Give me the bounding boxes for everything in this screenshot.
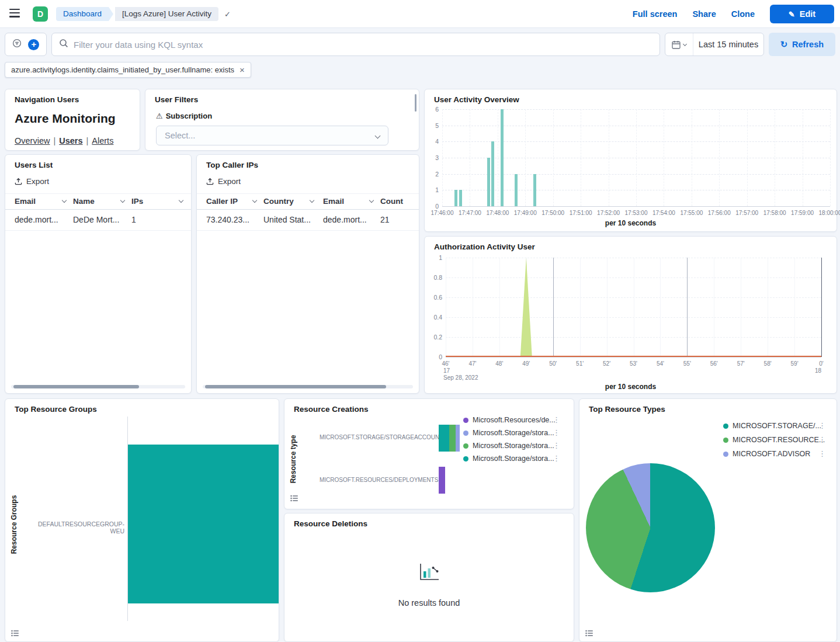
legend-item[interactable]: Microsoft.Storage/stora...⋮ bbox=[463, 441, 560, 452]
legend-item[interactable]: MICROSOFT.ADVISOR⋮ bbox=[723, 449, 826, 460]
time-range-value[interactable]: Last 15 minutes bbox=[693, 40, 763, 49]
legend-kebab-icon[interactable]: ⋮ bbox=[553, 441, 560, 450]
vertical-scrollbar[interactable] bbox=[415, 94, 416, 112]
legend-item[interactable]: MICROSOFT.RESOURCE...⋮ bbox=[723, 435, 826, 446]
query-bar: + Last 15 minutes ↻ Refresh bbox=[0, 28, 840, 61]
no-results-message: No results found bbox=[284, 598, 574, 608]
filter-pill[interactable]: azure.activitylogs.identity.claims_initi… bbox=[5, 62, 251, 78]
x-tick-label: 17:46:00 bbox=[428, 210, 456, 216]
scrollbar-thumb[interactable] bbox=[205, 385, 386, 388]
export-button[interactable]: Export bbox=[206, 177, 241, 186]
clone-button[interactable]: Clone bbox=[731, 9, 755, 19]
x-tick-label: 17:48:00 bbox=[484, 210, 512, 216]
legend-kebab-icon[interactable]: ⋮ bbox=[553, 415, 560, 424]
stacked-bar-segment[interactable] bbox=[449, 425, 456, 452]
stacked-bar-segment[interactable] bbox=[456, 425, 460, 452]
legend-swatch bbox=[723, 424, 728, 429]
stacked-bar-segment[interactable] bbox=[439, 425, 449, 452]
legend-item[interactable]: Microsoft.Storage/stora...⋮ bbox=[463, 428, 560, 439]
legend-label: MICROSOFT.ADVISOR bbox=[733, 450, 810, 458]
legend-kebab-icon[interactable]: ⋮ bbox=[818, 435, 826, 444]
share-button[interactable]: Share bbox=[692, 9, 716, 19]
link-alerts[interactable]: Alerts bbox=[92, 136, 113, 145]
histogram-bar[interactable] bbox=[459, 190, 462, 206]
panel-title: Authorization Activity User bbox=[434, 242, 535, 251]
breadcrumb-current[interactable]: [Logs Azure] User Activity bbox=[115, 7, 218, 21]
refresh-button[interactable]: ↻ Refresh bbox=[769, 33, 835, 56]
histogram-bar[interactable] bbox=[491, 141, 494, 206]
legend-item[interactable]: Microsoft.Resources/de...⋮ bbox=[463, 415, 560, 426]
chevron-down-icon[interactable] bbox=[252, 198, 257, 203]
column-header-count[interactable]: Count bbox=[380, 197, 412, 206]
export-button[interactable]: Export bbox=[15, 177, 49, 186]
histogram-bar[interactable] bbox=[454, 190, 457, 206]
column-header-email[interactable]: Email bbox=[15, 197, 66, 206]
chevron-down-icon[interactable] bbox=[310, 198, 314, 203]
filter-settings-icon[interactable] bbox=[12, 39, 22, 50]
y-tick-label: MICROSOFT.STORAGE/STORAGEACCOUNTS bbox=[320, 434, 433, 440]
y-tick-label: 6 bbox=[427, 106, 439, 113]
chevron-down-icon[interactable] bbox=[120, 198, 125, 203]
y-tick-label: DEFAULTRESOURCEGROUP-WEU bbox=[29, 520, 124, 535]
column-header-ips[interactable]: IPs bbox=[131, 197, 183, 206]
panel-user-activity-overview: User Activity Overview 012345617:46:0017… bbox=[424, 89, 837, 232]
histogram-bar[interactable] bbox=[501, 109, 504, 206]
panel-title: User Filters bbox=[155, 95, 198, 104]
legend-toggle-icon[interactable] bbox=[585, 629, 595, 637]
breadcrumb-dashboard[interactable]: Dashboard bbox=[56, 7, 109, 21]
remove-filter-icon[interactable]: × bbox=[239, 65, 245, 75]
link-overview[interactable]: Overview bbox=[15, 136, 50, 145]
x-tick-label: 17:51:00 bbox=[567, 210, 595, 216]
histogram-bar[interactable] bbox=[487, 158, 490, 206]
pie-chart[interactable] bbox=[586, 463, 715, 592]
time-picker: Last 15 minutes bbox=[665, 33, 764, 56]
column-header-country[interactable]: Country bbox=[263, 197, 314, 206]
add-filter-icon[interactable]: + bbox=[28, 39, 39, 50]
column-header-caller-ip[interactable]: Caller IP bbox=[206, 197, 256, 206]
histogram-bar[interactable] bbox=[533, 174, 536, 206]
table-row[interactable]: 73.240.23... United Stat... dede.mort...… bbox=[197, 210, 419, 231]
legend-kebab-icon[interactable]: ⋮ bbox=[818, 449, 826, 458]
check-icon[interactable]: ✓ bbox=[224, 10, 231, 19]
legend-label: MICROSOFT.RESOURCE... bbox=[733, 436, 825, 444]
panel-resource-creations: Resource Creations Resource type MICROSO… bbox=[284, 398, 574, 509]
subscription-select[interactable]: Select... bbox=[156, 126, 388, 145]
legend-kebab-icon[interactable]: ⋮ bbox=[553, 454, 560, 463]
search-input[interactable] bbox=[74, 40, 652, 50]
legend-item[interactable]: MICROSOFT.STORAGE/...⋮ bbox=[723, 421, 826, 432]
link-users[interactable]: Users bbox=[59, 136, 82, 145]
histogram-bar[interactable] bbox=[515, 174, 518, 206]
legend-kebab-icon[interactable]: ⋮ bbox=[818, 421, 826, 430]
column-header-email[interactable]: Email bbox=[323, 197, 373, 206]
chevron-down-icon[interactable] bbox=[369, 198, 374, 203]
x-gridline bbox=[719, 109, 720, 206]
fullscreen-button[interactable]: Full screen bbox=[633, 9, 678, 19]
x-gridline bbox=[660, 258, 661, 357]
chevron-down-icon[interactable] bbox=[179, 198, 183, 203]
x-tick-label: 17:47:00 bbox=[456, 210, 484, 216]
chevron-down-icon[interactable] bbox=[62, 198, 67, 203]
legend-kebab-icon[interactable]: ⋮ bbox=[553, 428, 560, 437]
topbar-actions: Full screen Share Clone ✎ Edit bbox=[633, 0, 834, 28]
horizontal-scrollbar[interactable] bbox=[203, 385, 413, 388]
stacked-bar-segment[interactable] bbox=[439, 467, 445, 494]
menu-icon[interactable] bbox=[9, 9, 21, 18]
area-spike[interactable] bbox=[520, 258, 532, 357]
column-header-name[interactable]: Name bbox=[73, 197, 124, 206]
export-icon bbox=[206, 178, 214, 185]
table-row[interactable]: dede.mort... DeDe Mort... 1 bbox=[5, 210, 191, 231]
cell-name: DeDe Mort... bbox=[73, 215, 119, 224]
bar[interactable] bbox=[128, 445, 279, 603]
edit-button[interactable]: ✎ Edit bbox=[770, 5, 834, 23]
scrollbar-thumb[interactable] bbox=[13, 385, 139, 388]
legend-toggle-icon[interactable] bbox=[290, 494, 300, 502]
kql-search-box[interactable] bbox=[51, 33, 660, 56]
horizontal-scrollbar[interactable] bbox=[11, 385, 185, 388]
y-tick-label: MICROSOFT.RESOURCES/DEPLOYMENTS bbox=[320, 477, 433, 483]
legend-item[interactable]: Microsoft.Storage/stora...⋮ bbox=[463, 454, 560, 464]
panel-authorization-activity-user: Authorization Activity User 00.20.40.60.… bbox=[424, 236, 837, 394]
calendar-button[interactable] bbox=[665, 33, 693, 55]
legend-toggle-icon[interactable] bbox=[11, 629, 20, 637]
legend-swatch bbox=[723, 452, 728, 457]
space-avatar[interactable]: D bbox=[33, 6, 48, 22]
